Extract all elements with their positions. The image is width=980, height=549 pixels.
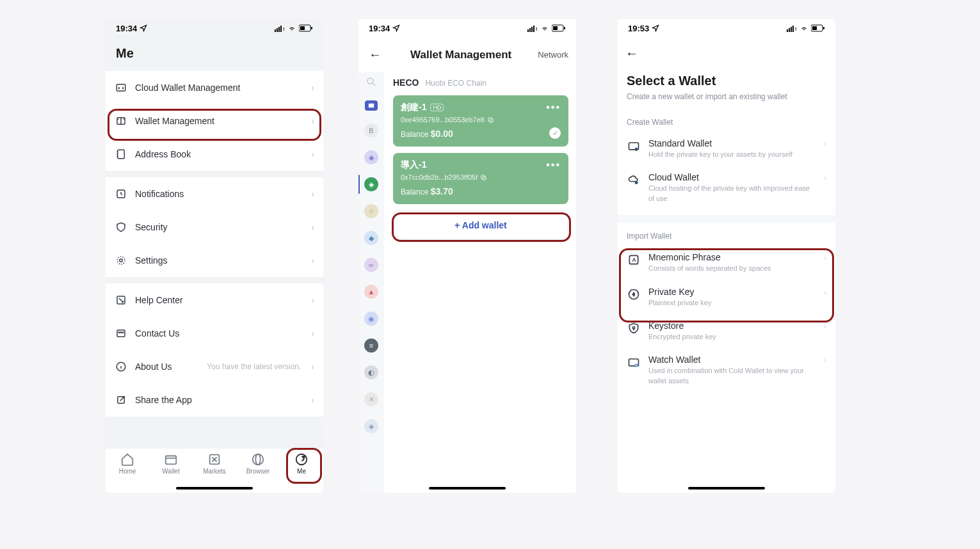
wallet-menu-icon[interactable]: ••• [546,102,561,113]
contact-icon [115,327,127,340]
back-button[interactable]: ← [618,37,835,61]
svg-rect-43 [791,27,792,32]
page-title: Select a Wallet [627,74,826,88]
svg-rect-3 [280,26,282,32]
svg-rect-8 [116,84,125,92]
rail-chain-5[interactable]: ○ [364,204,378,218]
row-address-book[interactable]: Address Book › [106,138,323,171]
svg-rect-40 [481,175,485,179]
svg-point-57 [632,326,634,328]
battery-icon [299,24,313,32]
option-title: Private Key [648,287,816,297]
chevron-right-icon: › [824,173,826,182]
add-wallet-button[interactable]: + Add wallet [393,211,568,240]
row-contact-us[interactable]: Contact Us › [106,317,323,350]
cloud-wallet-icon [115,81,127,94]
rail-chain-8[interactable]: ▲ [364,285,378,299]
share-icon [115,394,127,406]
wifi-icon [287,24,296,32]
search-icon[interactable] [365,76,377,88]
svg-rect-1 [277,28,278,32]
info-icon [115,360,127,373]
svg-point-26 [303,456,305,458]
section-create-label: Create Wallet [618,109,835,132]
row-label: Contact Us [135,328,303,338]
home-icon [120,452,134,466]
chain-rail: B ◆ ◈ ○ ◆ ∞ ▲ ◉ ≡ ◐ ✕ ◈ [358,72,384,493]
svg-point-23 [253,454,264,465]
settings-group-3: Help Center › Contact Us › About Us You … [106,283,323,417]
screen-select-wallet: 19:53 ! ← Select a Wallet Create a new w… [618,19,835,493]
chevron-right-icon: › [824,139,826,148]
page-title: Wallet Management [410,49,511,61]
row-notifications[interactable]: Notifications › [106,177,323,211]
chevron-right-icon: › [311,295,314,305]
svg-rect-7 [311,27,312,29]
balance-value: $0.00 [431,129,453,139]
row-about-us[interactable]: About Us You have the latest version. › [106,350,323,383]
tab-me[interactable]: Me [282,452,321,493]
option-standard-wallet[interactable]: + Standard Wallet Hold the private key t… [618,132,835,166]
private-key-icon [627,287,641,301]
copy-icon[interactable] [480,174,487,181]
address-book-icon [115,148,127,161]
status-bar: 19:34 ! [358,19,576,37]
chevron-right-icon: › [311,149,314,159]
rail-chain-11[interactable]: ◐ [364,365,378,379]
wallet-card-1[interactable]: 創建-1 HD 0xe4965769...b0553eb7e8 Balance … [393,95,568,147]
wallet-card-2[interactable]: 導入-1 0x7cc0db2b...b2953ff05f Balance $3.… [393,153,568,204]
rail-chain-eth[interactable]: ◆ [364,150,378,164]
tab-label: Wallet [162,468,179,475]
home-indicator [429,487,506,489]
row-cloud-wallet-management[interactable]: Cloud Wallet Management › [106,71,323,104]
svg-rect-30 [533,26,534,32]
rail-chain-12[interactable]: ✕ [364,392,378,406]
option-mnemonic-phrase[interactable]: A Mnemonic Phrase Consists of words sepa… [618,246,835,280]
settings-group-2: Notifications › Security › Settings › [106,177,323,277]
svg-point-16 [118,332,120,333]
option-keystore[interactable]: Keystore Encrypted private key › [618,314,835,348]
tab-label: Markets [203,468,226,475]
network-button[interactable]: Network [538,50,568,60]
tab-label: Browser [246,468,270,475]
option-private-key[interactable]: Private Key Plaintext private key › [618,280,835,314]
svg-rect-27 [527,29,529,32]
chevron-right-icon: › [824,253,826,262]
chain-name: HECO [393,77,419,88]
rail-chain-btc[interactable]: B [364,123,378,138]
row-wallet-management[interactable]: Wallet Management › [106,104,323,138]
copy-icon[interactable] [487,116,494,123]
tab-home[interactable]: Home [108,452,147,493]
row-label: About Us [135,362,199,372]
svg-point-60 [636,365,637,366]
option-watch-wallet[interactable]: Watch Wallet Used in combination with Co… [618,348,835,392]
wallet-menu-icon[interactable]: ••• [546,159,561,171]
rail-chain-6[interactable]: ◆ [364,231,378,245]
rail-chain-13[interactable]: ◈ [364,419,378,433]
rail-chain-9[interactable]: ◉ [364,312,378,326]
row-security[interactable]: Security › [106,211,323,244]
rail-chain-heco[interactable]: ◈ [364,177,378,191]
option-title: Keystore [648,321,816,331]
status-time: 19:34 [116,24,137,33]
row-settings[interactable]: Settings › [106,244,323,277]
row-help-center[interactable]: Help Center › [106,283,323,317]
svg-rect-48 [823,27,824,29]
section-import-label: Import Wallet [618,223,835,246]
status-time: 19:34 [369,24,390,33]
main: HECO Huobi ECO Chain 創建-1 HD 0xe4965769.… [384,72,576,493]
rail-chain-wallet[interactable] [365,100,378,111]
signal-icon: ! [527,24,538,32]
back-button[interactable]: ← [366,45,384,65]
chevron-right-icon: › [311,328,314,338]
home-indicator [176,487,253,489]
chevron-right-icon: › [824,356,826,365]
row-share-app[interactable]: Share the App › [106,383,323,417]
about-version-text: You have the latest version. [207,362,301,371]
option-desc: Used in combination with Cold Wallet to … [648,366,816,386]
rail-chain-7[interactable]: ∞ [364,258,378,272]
option-cloud-wallet[interactable]: + Cloud Wallet Cloud hosting of the priv… [618,166,835,210]
wifi-icon [540,24,549,32]
rail-chain-10[interactable]: ≡ [364,338,378,353]
svg-point-18 [122,332,124,333]
